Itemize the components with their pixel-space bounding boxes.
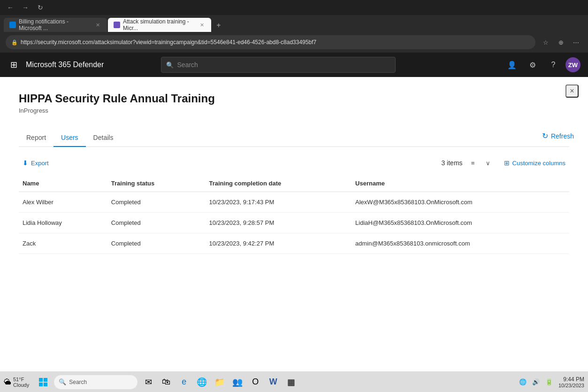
url-bar[interactable]: 🔒 https://security.microsoft.com/attacks… <box>6 35 535 49</box>
taskbar-app-icon[interactable]: ▦ <box>283 374 299 391</box>
close-tab-billing[interactable]: ✕ <box>94 22 101 29</box>
weather-text: 51°F Cloudy <box>13 377 29 388</box>
taskbar-clock[interactable]: 9:44 PM 10/23/2023 <box>558 376 584 388</box>
taskbar-right: 🌐 🔊 🔋 9:44 PM 10/23/2023 <box>517 376 584 388</box>
cell-username: LidiaH@M365x85368103.OnMicrosoft.com <box>348 213 569 233</box>
weather-temp: 51°F <box>13 377 29 382</box>
customize-columns-label: Customize columns <box>512 160 565 167</box>
taskbar-left: 🌥 51°F Cloudy <box>4 377 29 388</box>
svg-rect-0 <box>39 378 43 382</box>
export-button[interactable]: ⬇ Export <box>19 157 53 169</box>
settings-icon[interactable]: ⚙ <box>524 56 541 73</box>
table-row: Alex Wilber Completed 10/23/2023, 9:17:4… <box>19 192 569 213</box>
app-title: Microsoft 365 Defender <box>26 61 104 69</box>
tab-users[interactable]: Users <box>53 129 86 147</box>
nav-search-icon: 🔍 <box>166 61 174 69</box>
cell-name: Lidia Holloway <box>19 213 104 233</box>
browser-tab-attack[interactable]: Attack simulation training - Micr... ✕ <box>108 18 211 32</box>
refresh-label: Refresh <box>551 132 574 140</box>
weather-condition: Cloudy <box>13 382 29 388</box>
nav-right-icons: 👤 ⚙ ? ZW <box>504 56 580 73</box>
clock-date: 10/23/2023 <box>558 383 584 388</box>
tab-report[interactable]: Report <box>19 129 53 147</box>
title-bar: ← → ↻ <box>0 0 588 15</box>
cell-training-status: Completed <box>104 213 202 233</box>
start-button[interactable] <box>35 374 52 391</box>
col-header-username: Username <box>348 175 569 192</box>
lock-icon: 🔒 <box>11 39 18 46</box>
back-button[interactable]: ← <box>4 1 17 14</box>
filter-list-icon[interactable]: ≡ <box>466 156 480 169</box>
cell-training-status: Completed <box>104 192 202 213</box>
svg-rect-2 <box>39 382 43 386</box>
tab-details[interactable]: Details <box>86 129 121 147</box>
browser-frame: ← → ↻ Billing notifications - Microsoft … <box>0 0 588 392</box>
cell-completion-date: 10/23/2023, 9:28:57 PM <box>201 213 348 233</box>
page-title: HIPPA Security Rule Annual Training <box>19 92 569 105</box>
close-panel-button[interactable]: × <box>565 85 579 98</box>
col-header-name: Name <box>19 175 104 192</box>
page-content: × HIPPA Security Rule Annual Training In… <box>0 77 588 371</box>
svg-rect-1 <box>44 378 47 382</box>
taskbar-search-bar[interactable]: 🔍 Search <box>53 375 138 390</box>
refresh-icon: ↻ <box>542 131 548 140</box>
nav-search-bar[interactable]: 🔍 <box>161 57 396 73</box>
taskbar-store-icon[interactable]: 🛍 <box>158 374 175 391</box>
customize-columns-button[interactable]: ⊞ Customize columns <box>500 157 569 169</box>
volume-icon[interactable]: 🔊 <box>530 377 542 387</box>
close-tab-attack[interactable]: ✕ <box>199 22 206 29</box>
filter-chevron-icon[interactable]: ∨ <box>481 156 495 169</box>
table-header-row: Name Training status Training completion… <box>19 175 569 192</box>
user-avatar[interactable]: ZW <box>565 57 580 72</box>
cell-name: Alex Wilber <box>19 192 104 213</box>
table-row: Lidia Holloway Completed 10/23/2023, 9:2… <box>19 213 569 233</box>
page-status: InProgress <box>19 107 569 114</box>
clock-time: 9:44 PM <box>558 376 584 383</box>
extensions-icon[interactable]: ⊕ <box>554 36 567 49</box>
cell-name: Zack <box>19 233 104 254</box>
app-window: ⊞ Microsoft 365 Defender 🔍 👤 ⚙ ? ZW × HI… <box>0 53 588 371</box>
browser-tab-attack-label: Attack simulation training - Micr... <box>123 18 196 31</box>
taskbar-mail-icon[interactable]: ✉ <box>140 374 157 391</box>
top-nav: ⊞ Microsoft 365 Defender 🔍 👤 ⚙ ? ZW <box>0 53 588 77</box>
table-toolbar: ⬇ Export 3 items ≡ ∨ ⊞ Customize columns <box>19 156 569 169</box>
battery-icon[interactable]: 🔋 <box>543 377 555 387</box>
taskbar-teams-icon[interactable]: 👥 <box>229 374 246 391</box>
browser-menu-icon[interactable]: ⋯ <box>569 36 582 49</box>
columns-icon: ⊞ <box>504 159 510 167</box>
nav-buttons: ← → ↻ <box>4 1 47 14</box>
url-text: https://security.microsoft.com/attacksim… <box>21 39 530 46</box>
taskbar-word-icon[interactable]: W <box>265 374 282 391</box>
svg-rect-3 <box>44 382 47 386</box>
nav-search-input[interactable] <box>177 61 390 69</box>
taskbar-app-icons: ✉ 🛍 e 🌐 📁 👥 O W ▦ <box>140 374 299 391</box>
table-info: 3 items ≡ ∨ ⊞ Customize columns <box>441 156 569 169</box>
taskbar-explorer-icon[interactable]: 📁 <box>211 374 228 391</box>
network-icon[interactable]: 🌐 <box>517 377 528 387</box>
new-tab-button[interactable]: + <box>212 19 225 32</box>
refresh-button[interactable]: ↻ Refresh <box>537 129 579 143</box>
cell-username: AlexW@M365x85368103.OnMicrosoft.com <box>348 192 569 213</box>
taskbar-chrome-icon[interactable]: 🌐 <box>193 374 210 391</box>
col-header-training-status: Training status <box>104 175 202 192</box>
cell-training-status: Completed <box>104 233 202 254</box>
favorites-icon[interactable]: ☆ <box>539 36 552 49</box>
tab-favicon-billing <box>9 22 16 28</box>
help-icon[interactable]: ? <box>545 56 562 73</box>
grid-menu-icon[interactable]: ⊞ <box>8 57 20 73</box>
taskbar: 🌥 51°F Cloudy 🔍 Search ✉ 🛍 e 🌐 <box>0 371 588 392</box>
forward-button[interactable]: → <box>19 1 32 14</box>
browser-actions: ☆ ⊕ ⋯ <box>539 36 582 49</box>
reload-button[interactable]: ↻ <box>34 1 47 14</box>
export-icon: ⬇ <box>23 159 28 167</box>
table-row: Zack Completed 10/23/2023, 9:42:27 PM ad… <box>19 233 569 254</box>
weather-widget[interactable]: 🌥 51°F Cloudy <box>4 377 29 388</box>
people-icon[interactable]: 👤 <box>504 56 520 73</box>
cell-completion-date: 10/23/2023, 9:42:27 PM <box>201 233 348 254</box>
browser-tab-bar: Billing notifications - Microsoft ... ✕ … <box>0 15 588 32</box>
taskbar-office-icon[interactable]: O <box>247 374 264 391</box>
address-bar: 🔒 https://security.microsoft.com/attacks… <box>0 32 588 53</box>
cell-username: admin@M365x85368103.onmicrosoft.com <box>348 233 569 254</box>
taskbar-edge-icon[interactable]: e <box>176 374 192 391</box>
browser-tab-billing[interactable]: Billing notifications - Microsoft ... ✕ <box>4 18 107 32</box>
